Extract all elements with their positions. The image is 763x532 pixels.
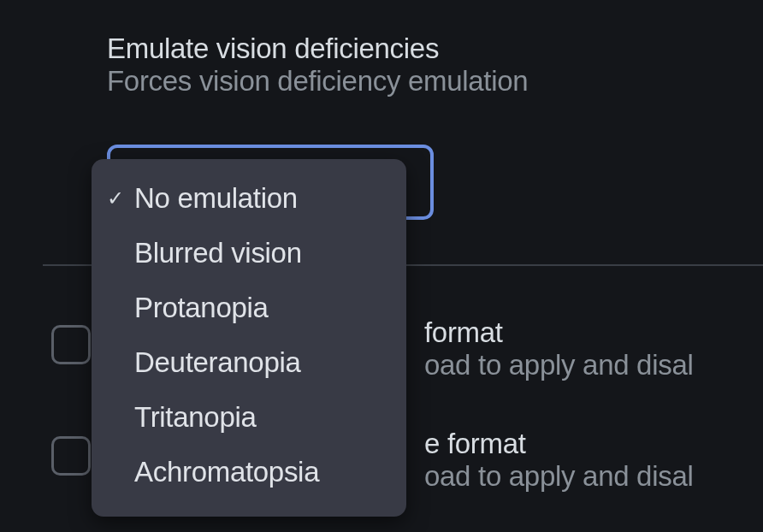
- setting-title: Emulate vision deficiencies: [107, 33, 763, 65]
- checkbox-format-1[interactable]: [51, 325, 91, 364]
- dropdown-option-deuteranopia[interactable]: Deuteranopia: [92, 335, 406, 390]
- dropdown-option-protanopia[interactable]: Protanopia: [92, 281, 406, 335]
- dropdown-option-label: Protanopia: [134, 292, 269, 324]
- check-icon: ✓: [105, 186, 126, 210]
- dropdown-option-achromatopsia[interactable]: Achromatopsia: [92, 445, 406, 499]
- dropdown-option-label: Tritanopia: [134, 401, 257, 434]
- row-title-1: format: [424, 316, 693, 349]
- row-desc-1: oad to apply and disal: [424, 349, 693, 381]
- dropdown-option-label: Deuteranopia: [134, 346, 301, 379]
- row-desc-2: oad to apply and disal: [424, 460, 693, 493]
- dropdown-option-no-emulation[interactable]: ✓ No emulation: [92, 171, 406, 226]
- dropdown-option-blurred-vision[interactable]: Blurred vision: [92, 226, 406, 281]
- setting-description: Forces vision deficiency emulation: [107, 65, 763, 98]
- dropdown-option-tritanopia[interactable]: Tritanopia: [92, 390, 406, 445]
- dropdown-option-label: Blurred vision: [134, 237, 302, 269]
- checkbox-format-2[interactable]: [51, 436, 91, 476]
- row-title-2: e format: [424, 428, 693, 460]
- dropdown-option-label: No emulation: [134, 182, 298, 215]
- vision-deficiency-dropdown: ✓ No emulation Blurred vision Protanopia…: [92, 159, 406, 517]
- dropdown-option-label: Achromatopsia: [134, 456, 319, 488]
